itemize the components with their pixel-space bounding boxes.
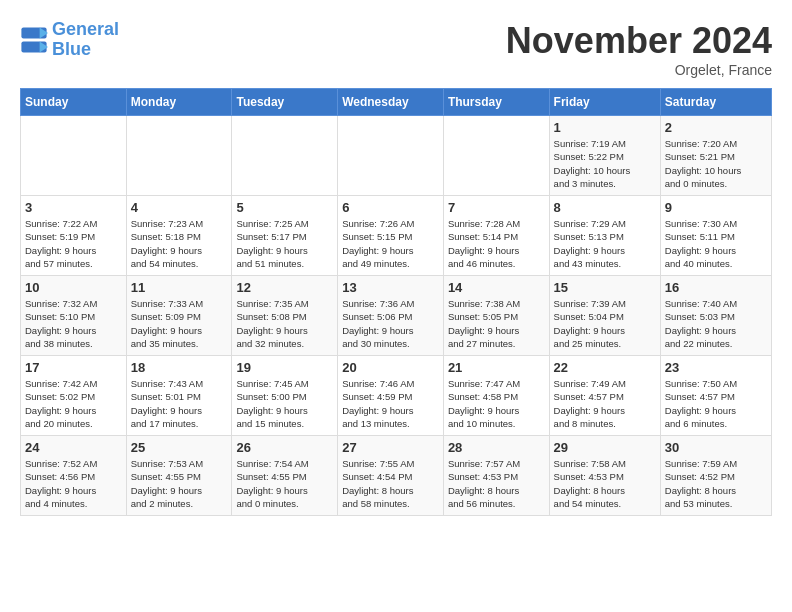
col-header-saturday: Saturday	[660, 89, 771, 116]
day-number: 26	[236, 440, 333, 455]
day-info: Sunrise: 7:59 AM Sunset: 4:52 PM Dayligh…	[665, 457, 767, 510]
day-cell: 23Sunrise: 7:50 AM Sunset: 4:57 PM Dayli…	[660, 356, 771, 436]
col-header-friday: Friday	[549, 89, 660, 116]
header-row: SundayMondayTuesdayWednesdayThursdayFrid…	[21, 89, 772, 116]
logo-icon	[20, 26, 48, 54]
day-info: Sunrise: 7:36 AM Sunset: 5:06 PM Dayligh…	[342, 297, 439, 350]
day-info: Sunrise: 7:55 AM Sunset: 4:54 PM Dayligh…	[342, 457, 439, 510]
day-cell: 13Sunrise: 7:36 AM Sunset: 5:06 PM Dayli…	[338, 276, 444, 356]
day-info: Sunrise: 7:39 AM Sunset: 5:04 PM Dayligh…	[554, 297, 656, 350]
col-header-tuesday: Tuesday	[232, 89, 338, 116]
day-cell: 27Sunrise: 7:55 AM Sunset: 4:54 PM Dayli…	[338, 436, 444, 516]
day-number: 25	[131, 440, 228, 455]
day-info: Sunrise: 7:53 AM Sunset: 4:55 PM Dayligh…	[131, 457, 228, 510]
day-cell: 11Sunrise: 7:33 AM Sunset: 5:09 PM Dayli…	[126, 276, 232, 356]
day-cell: 1Sunrise: 7:19 AM Sunset: 5:22 PM Daylig…	[549, 116, 660, 196]
day-cell: 9Sunrise: 7:30 AM Sunset: 5:11 PM Daylig…	[660, 196, 771, 276]
logo-line2: Blue	[52, 39, 91, 59]
col-header-wednesday: Wednesday	[338, 89, 444, 116]
day-cell: 16Sunrise: 7:40 AM Sunset: 5:03 PM Dayli…	[660, 276, 771, 356]
day-cell: 18Sunrise: 7:43 AM Sunset: 5:01 PM Dayli…	[126, 356, 232, 436]
header: General Blue November 2024 Orgelet, Fran…	[20, 20, 772, 78]
day-info: Sunrise: 7:25 AM Sunset: 5:17 PM Dayligh…	[236, 217, 333, 270]
week-row-4: 24Sunrise: 7:52 AM Sunset: 4:56 PM Dayli…	[21, 436, 772, 516]
day-number: 13	[342, 280, 439, 295]
day-number: 14	[448, 280, 545, 295]
day-number: 1	[554, 120, 656, 135]
day-info: Sunrise: 7:30 AM Sunset: 5:11 PM Dayligh…	[665, 217, 767, 270]
month-title: November 2024	[506, 20, 772, 62]
day-number: 16	[665, 280, 767, 295]
day-info: Sunrise: 7:19 AM Sunset: 5:22 PM Dayligh…	[554, 137, 656, 190]
day-number: 19	[236, 360, 333, 375]
day-info: Sunrise: 7:54 AM Sunset: 4:55 PM Dayligh…	[236, 457, 333, 510]
day-cell: 12Sunrise: 7:35 AM Sunset: 5:08 PM Dayli…	[232, 276, 338, 356]
day-cell	[21, 116, 127, 196]
day-cell: 3Sunrise: 7:22 AM Sunset: 5:19 PM Daylig…	[21, 196, 127, 276]
day-info: Sunrise: 7:47 AM Sunset: 4:58 PM Dayligh…	[448, 377, 545, 430]
day-cell	[443, 116, 549, 196]
col-header-thursday: Thursday	[443, 89, 549, 116]
day-cell: 17Sunrise: 7:42 AM Sunset: 5:02 PM Dayli…	[21, 356, 127, 436]
day-number: 12	[236, 280, 333, 295]
day-number: 21	[448, 360, 545, 375]
day-info: Sunrise: 7:28 AM Sunset: 5:14 PM Dayligh…	[448, 217, 545, 270]
day-cell: 28Sunrise: 7:57 AM Sunset: 4:53 PM Dayli…	[443, 436, 549, 516]
day-number: 24	[25, 440, 122, 455]
week-row-3: 17Sunrise: 7:42 AM Sunset: 5:02 PM Dayli…	[21, 356, 772, 436]
day-info: Sunrise: 7:33 AM Sunset: 5:09 PM Dayligh…	[131, 297, 228, 350]
day-number: 29	[554, 440, 656, 455]
subtitle: Orgelet, France	[506, 62, 772, 78]
day-cell: 22Sunrise: 7:49 AM Sunset: 4:57 PM Dayli…	[549, 356, 660, 436]
day-number: 10	[25, 280, 122, 295]
day-cell: 19Sunrise: 7:45 AM Sunset: 5:00 PM Dayli…	[232, 356, 338, 436]
day-number: 9	[665, 200, 767, 215]
day-cell: 30Sunrise: 7:59 AM Sunset: 4:52 PM Dayli…	[660, 436, 771, 516]
day-info: Sunrise: 7:32 AM Sunset: 5:10 PM Dayligh…	[25, 297, 122, 350]
day-number: 23	[665, 360, 767, 375]
col-header-sunday: Sunday	[21, 89, 127, 116]
calendar-table: SundayMondayTuesdayWednesdayThursdayFrid…	[20, 88, 772, 516]
day-cell	[232, 116, 338, 196]
day-info: Sunrise: 7:40 AM Sunset: 5:03 PM Dayligh…	[665, 297, 767, 350]
day-info: Sunrise: 7:23 AM Sunset: 5:18 PM Dayligh…	[131, 217, 228, 270]
day-number: 11	[131, 280, 228, 295]
day-cell: 21Sunrise: 7:47 AM Sunset: 4:58 PM Dayli…	[443, 356, 549, 436]
day-cell: 20Sunrise: 7:46 AM Sunset: 4:59 PM Dayli…	[338, 356, 444, 436]
day-info: Sunrise: 7:52 AM Sunset: 4:56 PM Dayligh…	[25, 457, 122, 510]
day-cell: 6Sunrise: 7:26 AM Sunset: 5:15 PM Daylig…	[338, 196, 444, 276]
day-number: 28	[448, 440, 545, 455]
day-number: 6	[342, 200, 439, 215]
day-info: Sunrise: 7:20 AM Sunset: 5:21 PM Dayligh…	[665, 137, 767, 190]
day-cell	[338, 116, 444, 196]
day-info: Sunrise: 7:26 AM Sunset: 5:15 PM Dayligh…	[342, 217, 439, 270]
day-number: 3	[25, 200, 122, 215]
day-number: 7	[448, 200, 545, 215]
day-cell: 26Sunrise: 7:54 AM Sunset: 4:55 PM Dayli…	[232, 436, 338, 516]
title-area: November 2024 Orgelet, France	[506, 20, 772, 78]
day-cell: 14Sunrise: 7:38 AM Sunset: 5:05 PM Dayli…	[443, 276, 549, 356]
day-info: Sunrise: 7:42 AM Sunset: 5:02 PM Dayligh…	[25, 377, 122, 430]
col-header-monday: Monday	[126, 89, 232, 116]
day-number: 2	[665, 120, 767, 135]
day-number: 27	[342, 440, 439, 455]
day-cell: 10Sunrise: 7:32 AM Sunset: 5:10 PM Dayli…	[21, 276, 127, 356]
day-number: 18	[131, 360, 228, 375]
day-info: Sunrise: 7:50 AM Sunset: 4:57 PM Dayligh…	[665, 377, 767, 430]
day-cell: 2Sunrise: 7:20 AM Sunset: 5:21 PM Daylig…	[660, 116, 771, 196]
day-info: Sunrise: 7:45 AM Sunset: 5:00 PM Dayligh…	[236, 377, 333, 430]
day-info: Sunrise: 7:29 AM Sunset: 5:13 PM Dayligh…	[554, 217, 656, 270]
day-info: Sunrise: 7:46 AM Sunset: 4:59 PM Dayligh…	[342, 377, 439, 430]
day-cell: 15Sunrise: 7:39 AM Sunset: 5:04 PM Dayli…	[549, 276, 660, 356]
week-row-1: 3Sunrise: 7:22 AM Sunset: 5:19 PM Daylig…	[21, 196, 772, 276]
day-cell: 7Sunrise: 7:28 AM Sunset: 5:14 PM Daylig…	[443, 196, 549, 276]
week-row-0: 1Sunrise: 7:19 AM Sunset: 5:22 PM Daylig…	[21, 116, 772, 196]
day-number: 17	[25, 360, 122, 375]
week-row-2: 10Sunrise: 7:32 AM Sunset: 5:10 PM Dayli…	[21, 276, 772, 356]
day-cell: 4Sunrise: 7:23 AM Sunset: 5:18 PM Daylig…	[126, 196, 232, 276]
day-info: Sunrise: 7:49 AM Sunset: 4:57 PM Dayligh…	[554, 377, 656, 430]
logo: General Blue	[20, 20, 119, 60]
day-cell: 24Sunrise: 7:52 AM Sunset: 4:56 PM Dayli…	[21, 436, 127, 516]
day-cell	[126, 116, 232, 196]
day-number: 30	[665, 440, 767, 455]
